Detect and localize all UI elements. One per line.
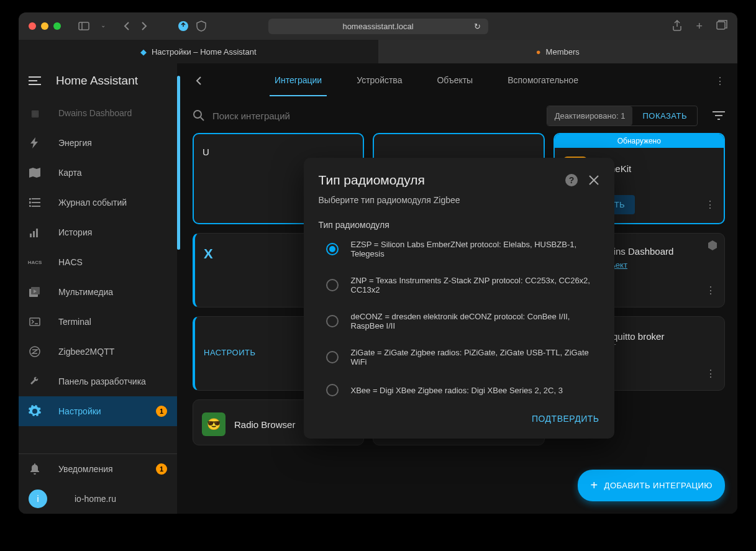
svg-rect-15 (36, 229, 38, 237)
sidebar-item-settings[interactable]: Настройки1 (19, 396, 177, 426)
sidebar: Home Assistant ▦Dwains Dashboard Энергия… (19, 63, 177, 514)
hacs-icon: HACS (29, 260, 41, 265)
help-icon[interactable]: ? (565, 173, 578, 187)
window-minimize[interactable] (41, 22, 48, 30)
filter-icon[interactable] (713, 111, 725, 121)
search-bar: Деактивировано: 1 ПОКАЗАТЬ (180, 98, 737, 133)
main-panel: Интеграции Устройства Объекты Вспомогате… (180, 63, 737, 514)
sidebar-header: Home Assistant (19, 63, 177, 98)
deactivated-label: Деактивировано: 1 (547, 106, 633, 125)
sidebar-item-label: io-home.ru (75, 494, 116, 504)
avatar: i (29, 490, 47, 508)
sidebar-item-energy[interactable]: Энергия (19, 128, 177, 158)
sidebar-item-label: Zigbee2MQTT (58, 347, 114, 357)
sidebar-item-devtools[interactable]: Панель разработчика (19, 367, 177, 396)
radio-label: XBee = Digi XBee Zigbee radios: Digi XBe… (351, 386, 563, 395)
sidebar-toggle-icon[interactable] (78, 22, 89, 30)
radio-button[interactable] (326, 351, 339, 363)
search-field[interactable] (193, 109, 537, 122)
terminal-icon (29, 317, 41, 326)
browser-tab-members[interactable]: ● Members (378, 40, 738, 63)
share-icon[interactable] (672, 20, 682, 33)
radio-button[interactable] (326, 315, 339, 327)
radio-option-znp[interactable]: ZNP = Texas Instruments Z-Stack ZNP prot… (326, 276, 599, 294)
radio-button[interactable] (326, 279, 339, 291)
sidebar-item-label: История (58, 227, 92, 237)
url-bar[interactable]: homeassistant.local ↻ (268, 19, 488, 34)
dialog-section-label: Тип радиомодуля (319, 220, 599, 230)
window-close[interactable] (29, 22, 36, 30)
content-area: U Обнаружено HomeKit НАСТРОИТЬ ⋮ (180, 133, 737, 514)
tab-devices[interactable]: Устройства (352, 65, 407, 96)
map-icon (29, 168, 41, 178)
sidebar-item-terminal[interactable]: Terminal (19, 307, 177, 337)
radio-label: deCONZ = dresden elektronik deCONZ proto… (351, 312, 599, 330)
topbar-menu-icon[interactable]: ⋮ (715, 75, 725, 87)
tabs-overview-icon[interactable] (716, 20, 727, 33)
zigbee-icon (29, 346, 41, 357)
dashboard-icon: ▦ (29, 108, 41, 118)
tab-integrations[interactable]: Интеграции (270, 65, 327, 96)
svg-point-20 (194, 111, 201, 118)
sidebar-item-label: Настройки (58, 406, 101, 416)
browser-tab-label: Настройки – Home Assistant (152, 47, 257, 57)
radio-option-xbee[interactable]: XBee = Digi XBee Zigbee radios: Digi XBe… (326, 384, 599, 396)
radio-button[interactable] (326, 243, 339, 255)
bolt-icon (29, 137, 41, 148)
sidebar-item-media[interactable]: Мультимедиа (19, 277, 177, 307)
url-text: homeassistant.local (342, 22, 413, 31)
sidebar-item-label: Журнал событий (58, 198, 127, 207)
sidebar-item-history[interactable]: История (19, 217, 177, 247)
window-maximize[interactable] (53, 22, 61, 30)
sidebar-footer: Уведомления1 iio-home.ru (19, 453, 177, 514)
sidebar-item-logbook[interactable]: Журнал событий (19, 188, 177, 217)
new-tab-icon[interactable]: + (696, 20, 703, 33)
shield-icon[interactable] (196, 20, 206, 32)
svg-rect-3 (717, 22, 725, 29)
sidebar-item-notifications[interactable]: Уведомления1 (19, 454, 177, 484)
sidebar-item-map[interactable]: Карта (19, 158, 177, 188)
bell-icon (29, 463, 41, 475)
radio-option-zigate[interactable]: ZiGate = ZiGate Zigbee radios: PiZiGate,… (326, 348, 599, 367)
chevron-down-icon[interactable]: ⌄ (101, 22, 106, 30)
list-icon (29, 198, 41, 207)
sidebar-item-profile[interactable]: iio-home.ru (19, 484, 177, 514)
radio-option-deconz[interactable]: deCONZ = dresden elektronik deCONZ proto… (326, 312, 599, 330)
titlebar: ⌄ homeassistant.local ↻ + (19, 12, 737, 40)
svg-rect-14 (33, 231, 35, 237)
confirm-button[interactable]: ПОДТВЕРДИТЬ (532, 414, 599, 424)
show-button[interactable]: ПОКАЗАТЬ (632, 106, 697, 125)
close-icon[interactable] (588, 175, 599, 186)
browser-tab-ha[interactable]: ◆ Настройки – Home Assistant (19, 40, 378, 63)
sidebar-item-label: Энергия (58, 138, 92, 148)
browser-tab-label: Members (546, 47, 580, 57)
sidebar-item-label: Dwains Dashboard (58, 108, 132, 118)
ha-app: Home Assistant ▦Dwains Dashboard Энергия… (19, 63, 737, 514)
adblock-icon[interactable] (178, 20, 189, 32)
sidebar-item-hacs[interactable]: HACSHACS (19, 247, 177, 277)
reload-icon[interactable]: ↻ (474, 22, 481, 31)
nav-forward-icon[interactable] (140, 21, 148, 31)
sidebar-item-label: Панель разработчика (58, 376, 146, 386)
tab-entities[interactable]: Объекты (432, 65, 478, 96)
search-input[interactable] (212, 111, 537, 121)
sidebar-title: Home Assistant (56, 74, 138, 88)
radio-button[interactable] (326, 384, 339, 396)
tab-helpers[interactable]: Вспомогательное (503, 65, 583, 96)
sidebar-item-label: HACS (58, 257, 83, 267)
svg-point-12 (29, 206, 30, 207)
radio-type-dialog: Тип радиомодуля ? Выберите тип радиомоду… (304, 158, 614, 439)
menu-icon[interactable] (29, 76, 41, 85)
svg-rect-0 (79, 22, 89, 30)
nav-back-icon[interactable] (123, 21, 130, 31)
svg-point-10 (29, 198, 30, 199)
back-button[interactable] (193, 75, 205, 87)
radio-option-ezsp[interactable]: EZSP = Silicon Labs EmberZNet protocol: … (326, 240, 599, 258)
radio-options: EZSP = Silicon Labs EmberZNet protocol: … (319, 240, 599, 396)
sidebar-item-label: Уведомления (58, 464, 113, 474)
sidebar-item-zigbee2mqtt[interactable]: Zigbee2MQTT (19, 337, 177, 367)
topbar: Интеграции Устройства Объекты Вспомогате… (180, 63, 737, 98)
svg-text:?: ? (568, 175, 574, 185)
sidebar-item-dwains[interactable]: ▦Dwains Dashboard (19, 98, 177, 128)
sidebar-item-label: Мультимедиа (58, 287, 113, 297)
